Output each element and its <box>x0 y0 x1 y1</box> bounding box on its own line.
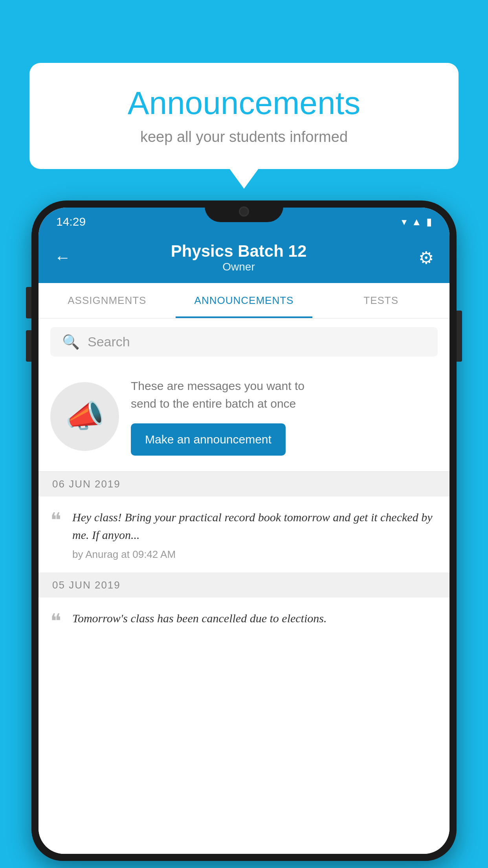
phone-screen: 14:29 ▾ ▲ ▮ ← Physics Batch 12 Owner ⚙ A… <box>39 208 449 854</box>
status-icons: ▾ ▲ ▮ <box>402 216 432 228</box>
phone-notch <box>205 200 283 222</box>
phone-mockup: 14:29 ▾ ▲ ▮ ← Physics Batch 12 Owner ⚙ A… <box>31 200 457 868</box>
app-bar-subtitle: Owner <box>83 261 395 273</box>
date-divider-2: 05 JUN 2019 <box>39 573 449 598</box>
signal-icon: ▲ <box>411 216 422 228</box>
volume-down-button <box>26 330 31 362</box>
announcement-meta-1: by Anurag at 09:42 AM <box>72 548 438 561</box>
promo-description: These are messages you want to send to t… <box>131 377 438 412</box>
search-icon: 🔍 <box>62 334 80 350</box>
announcements-subtitle: keep all your students informed <box>53 129 435 145</box>
announcement-text-2: Tomorrow's class has been cancelled due … <box>72 609 438 627</box>
app-bar: ← Physics Batch 12 Owner ⚙ <box>39 232 449 283</box>
promo-content: These are messages you want to send to t… <box>131 377 438 456</box>
battery-icon: ▮ <box>426 216 432 228</box>
app-bar-title-container: Physics Batch 12 Owner <box>83 242 395 273</box>
settings-icon[interactable]: ⚙ <box>418 248 434 268</box>
speech-bubble: Announcements keep all your students inf… <box>29 63 459 169</box>
tab-bar: ASSIGNMENTS ANNOUNCEMENTS TESTS <box>39 283 449 318</box>
back-button[interactable]: ← <box>54 248 71 267</box>
search-placeholder: Search <box>88 334 130 349</box>
date-divider-1: 06 JUN 2019 <box>39 472 449 497</box>
status-time: 14:29 <box>56 215 86 228</box>
tab-tests[interactable]: TESTS <box>312 283 449 318</box>
search-bar[interactable]: 🔍 Search <box>50 327 438 357</box>
tab-announcements[interactable]: ANNOUNCEMENTS <box>176 283 313 318</box>
megaphone-icon: 📣 <box>65 398 105 435</box>
announcement-content-1: Hey class! Bring your practical record b… <box>72 508 438 561</box>
app-bar-title: Physics Batch 12 <box>83 242 395 261</box>
quote-icon-1: ❝ <box>50 510 61 531</box>
announcement-icon-circle: 📣 <box>50 382 119 451</box>
announcement-text-1: Hey class! Bring your practical record b… <box>72 508 438 544</box>
announcement-content-2: Tomorrow's class has been cancelled due … <box>72 609 438 632</box>
announcements-title: Announcements <box>53 85 435 121</box>
phone-outer: 14:29 ▾ ▲ ▮ ← Physics Batch 12 Owner ⚙ A… <box>31 200 457 861</box>
content-area: 🔍 Search 📣 These are messages you want t… <box>39 318 449 854</box>
tab-assignments[interactable]: ASSIGNMENTS <box>39 283 176 318</box>
phone-camera <box>239 206 249 217</box>
make-announcement-button[interactable]: Make an announcement <box>131 423 286 456</box>
speech-bubble-container: Announcements keep all your students inf… <box>29 63 459 169</box>
announcement-item-2[interactable]: ❝ Tomorrow's class has been cancelled du… <box>39 598 449 644</box>
quote-icon-2: ❝ <box>50 611 61 632</box>
announcement-item-1[interactable]: ❝ Hey class! Bring your practical record… <box>39 497 449 573</box>
promo-card: 📣 These are messages you want to send to… <box>39 365 449 472</box>
volume-up-button <box>26 287 31 318</box>
power-button <box>457 311 462 362</box>
wifi-icon: ▾ <box>402 216 407 228</box>
